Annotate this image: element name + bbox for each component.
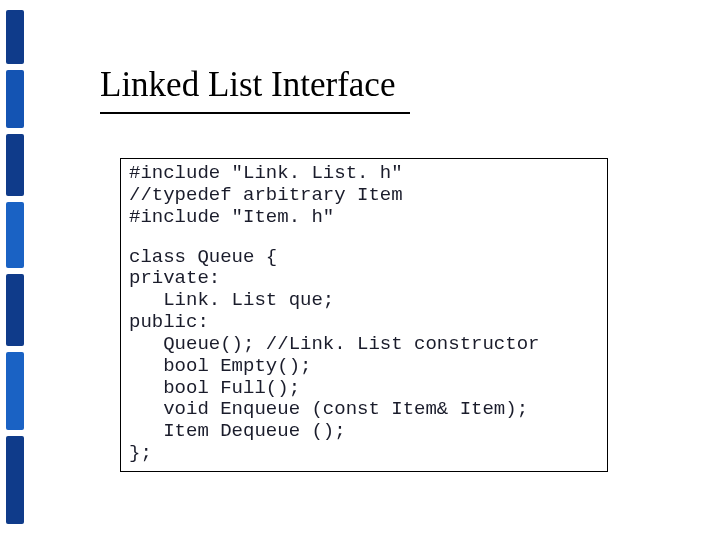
code-line: //typedef arbitrary Item: [129, 185, 599, 207]
code-line: #include "Link. List. h": [129, 163, 599, 185]
code-line: class Queue {: [129, 247, 599, 269]
code-line: #include "Item. h": [129, 207, 599, 229]
deco-strip: [6, 202, 24, 268]
deco-strip: [6, 352, 24, 430]
code-line: };: [129, 443, 599, 465]
page-title: Linked List Interface: [100, 66, 395, 105]
deco-strip: [6, 70, 24, 128]
code-gap: [129, 229, 599, 247]
code-line: public:: [129, 312, 599, 334]
title-underline: [100, 112, 410, 114]
deco-strip: [6, 274, 24, 346]
deco-strip: [6, 134, 24, 196]
deco-strip: [6, 436, 24, 524]
code-line: private:: [129, 268, 599, 290]
code-line: Queue(); //Link. List constructor: [129, 334, 599, 356]
code-line: bool Empty();: [129, 356, 599, 378]
deco-strip: [6, 10, 24, 64]
code-line: Item Dequeue ();: [129, 421, 599, 443]
slide: Linked List Interface #include "Link. Li…: [0, 0, 720, 540]
code-line: bool Full();: [129, 378, 599, 400]
code-box: #include "Link. List. h" //typedef arbit…: [120, 158, 608, 472]
code-line: void Enqueue (const Item& Item);: [129, 399, 599, 421]
code-line: Link. List que;: [129, 290, 599, 312]
left-decoration: [0, 0, 32, 540]
